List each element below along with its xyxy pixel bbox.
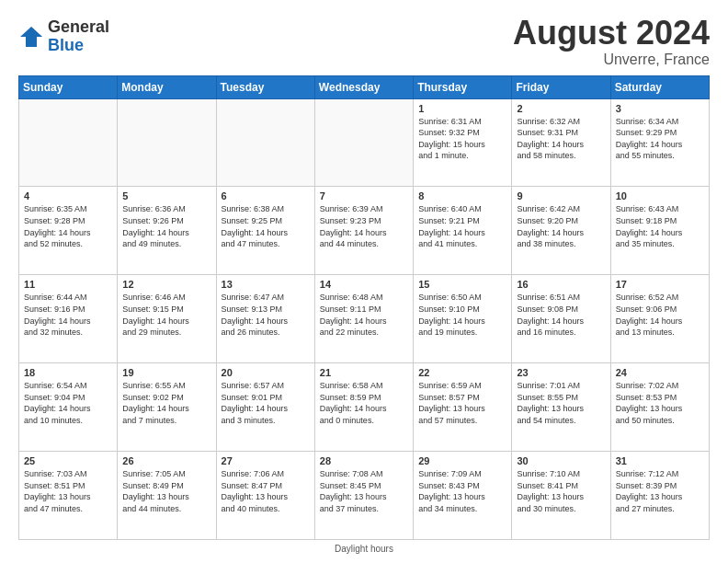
header-thursday: Thursday	[414, 75, 512, 98]
logo-text: General Blue	[48, 18, 109, 55]
day-number-17: 17	[616, 279, 704, 290]
day-info-12: Sunrise: 6:46 AM Sunset: 9:15 PM Dayligh…	[122, 292, 210, 338]
day-number-11: 11	[24, 279, 112, 290]
calendar-cell-4-5: 30Sunrise: 7:10 AM Sunset: 8:41 PM Dayli…	[512, 452, 610, 540]
calendar-cell-1-1: 5Sunrise: 6:36 AM Sunset: 9:26 PM Daylig…	[118, 187, 216, 275]
day-info-23: Sunrise: 7:01 AM Sunset: 8:55 PM Dayligh…	[517, 380, 605, 426]
header-friday: Friday	[512, 75, 610, 98]
day-number-26: 26	[122, 455, 210, 466]
day-info-20: Sunrise: 6:57 AM Sunset: 9:01 PM Dayligh…	[222, 380, 310, 426]
day-info-27: Sunrise: 7:06 AM Sunset: 8:47 PM Dayligh…	[222, 468, 310, 514]
day-number-10: 10	[616, 190, 704, 201]
calendar-cell-2-2: 13Sunrise: 6:47 AM Sunset: 9:13 PM Dayli…	[216, 275, 314, 363]
day-info-22: Sunrise: 6:59 AM Sunset: 8:57 PM Dayligh…	[418, 380, 506, 426]
month-title: August 2024	[513, 15, 710, 52]
header-tuesday: Tuesday	[216, 75, 314, 98]
day-info-26: Sunrise: 7:05 AM Sunset: 8:49 PM Dayligh…	[122, 468, 210, 514]
day-number-31: 31	[616, 455, 704, 466]
day-info-1: Sunrise: 6:31 AM Sunset: 9:32 PM Dayligh…	[418, 116, 506, 162]
calendar-cell-3-5: 23Sunrise: 7:01 AM Sunset: 8:55 PM Dayli…	[512, 363, 610, 452]
day-number-18: 18	[24, 367, 112, 378]
calendar-cell-3-1: 19Sunrise: 6:55 AM Sunset: 9:02 PM Dayli…	[118, 363, 216, 452]
logo-blue-text: Blue	[48, 37, 109, 55]
header-wednesday: Wednesday	[314, 75, 413, 98]
day-info-5: Sunrise: 6:36 AM Sunset: 9:26 PM Dayligh…	[122, 203, 210, 249]
header: General Blue August 2024 Unverre, France	[18, 15, 710, 68]
calendar-cell-0-6: 3Sunrise: 6:34 AM Sunset: 9:29 PM Daylig…	[610, 98, 709, 187]
day-number-20: 20	[222, 367, 310, 378]
day-info-28: Sunrise: 7:08 AM Sunset: 8:45 PM Dayligh…	[320, 468, 408, 514]
day-info-8: Sunrise: 6:40 AM Sunset: 9:21 PM Dayligh…	[418, 203, 506, 249]
calendar-cell-0-2	[216, 98, 314, 187]
day-info-2: Sunrise: 6:32 AM Sunset: 9:31 PM Dayligh…	[517, 116, 605, 162]
calendar-cell-2-1: 12Sunrise: 6:46 AM Sunset: 9:15 PM Dayli…	[118, 275, 216, 363]
calendar-cell-1-3: 7Sunrise: 6:39 AM Sunset: 9:23 PM Daylig…	[314, 187, 413, 275]
day-number-1: 1	[418, 103, 506, 114]
day-info-14: Sunrise: 6:48 AM Sunset: 9:11 PM Dayligh…	[320, 292, 408, 338]
day-info-7: Sunrise: 6:39 AM Sunset: 9:23 PM Dayligh…	[320, 203, 408, 249]
calendar-cell-4-1: 26Sunrise: 7:05 AM Sunset: 8:49 PM Dayli…	[118, 452, 216, 540]
day-number-6: 6	[222, 190, 310, 201]
day-number-23: 23	[517, 367, 605, 378]
calendar-cell-2-0: 11Sunrise: 6:44 AM Sunset: 9:16 PM Dayli…	[19, 275, 118, 363]
svg-marker-1	[31, 27, 42, 47]
location: Unverre, France	[513, 52, 710, 68]
title-block: August 2024 Unverre, France	[513, 15, 710, 68]
calendar-cell-3-0: 18Sunrise: 6:54 AM Sunset: 9:04 PM Dayli…	[19, 363, 118, 452]
header-sunday: Sunday	[19, 75, 118, 98]
calendar-cell-1-6: 10Sunrise: 6:43 AM Sunset: 9:18 PM Dayli…	[610, 187, 709, 275]
day-number-30: 30	[517, 455, 605, 466]
day-number-13: 13	[222, 279, 310, 290]
day-info-24: Sunrise: 7:02 AM Sunset: 8:53 PM Dayligh…	[616, 380, 704, 426]
day-number-25: 25	[24, 455, 112, 466]
calendar-cell-2-6: 17Sunrise: 6:52 AM Sunset: 9:06 PM Dayli…	[610, 275, 709, 363]
day-number-16: 16	[517, 279, 605, 290]
day-number-12: 12	[122, 279, 210, 290]
calendar-week-3: 18Sunrise: 6:54 AM Sunset: 9:04 PM Dayli…	[19, 363, 710, 452]
day-number-4: 4	[24, 190, 112, 201]
calendar-header-row: Sunday Monday Tuesday Wednesday Thursday…	[19, 75, 710, 98]
calendar-cell-3-6: 24Sunrise: 7:02 AM Sunset: 8:53 PM Dayli…	[610, 363, 709, 452]
day-number-8: 8	[418, 190, 506, 201]
day-number-27: 27	[222, 455, 310, 466]
day-number-9: 9	[517, 190, 605, 201]
calendar-cell-4-3: 28Sunrise: 7:08 AM Sunset: 8:45 PM Dayli…	[314, 452, 413, 540]
calendar-cell-4-4: 29Sunrise: 7:09 AM Sunset: 8:43 PM Dayli…	[414, 452, 512, 540]
day-info-10: Sunrise: 6:43 AM Sunset: 9:18 PM Dayligh…	[616, 203, 704, 249]
day-number-22: 22	[418, 367, 506, 378]
day-info-18: Sunrise: 6:54 AM Sunset: 9:04 PM Dayligh…	[24, 380, 112, 426]
calendar-cell-3-2: 20Sunrise: 6:57 AM Sunset: 9:01 PM Dayli…	[216, 363, 314, 452]
calendar-cell-3-4: 22Sunrise: 6:59 AM Sunset: 8:57 PM Dayli…	[414, 363, 512, 452]
calendar-week-1: 4Sunrise: 6:35 AM Sunset: 9:28 PM Daylig…	[19, 187, 710, 275]
calendar-cell-3-3: 21Sunrise: 6:58 AM Sunset: 8:59 PM Dayli…	[314, 363, 413, 452]
calendar-week-0: 1Sunrise: 6:31 AM Sunset: 9:32 PM Daylig…	[19, 98, 710, 187]
calendar-cell-4-0: 25Sunrise: 7:03 AM Sunset: 8:51 PM Dayli…	[19, 452, 118, 540]
header-monday: Monday	[118, 75, 216, 98]
calendar-cell-4-2: 27Sunrise: 7:06 AM Sunset: 8:47 PM Dayli…	[216, 452, 314, 540]
day-info-15: Sunrise: 6:50 AM Sunset: 9:10 PM Dayligh…	[418, 292, 506, 338]
day-info-16: Sunrise: 6:51 AM Sunset: 9:08 PM Dayligh…	[517, 292, 605, 338]
logo-general-text: General	[48, 18, 109, 37]
calendar-cell-1-4: 8Sunrise: 6:40 AM Sunset: 9:21 PM Daylig…	[414, 187, 512, 275]
logo-icon	[18, 24, 44, 50]
day-info-19: Sunrise: 6:55 AM Sunset: 9:02 PM Dayligh…	[122, 380, 210, 426]
day-number-7: 7	[320, 190, 408, 201]
calendar-cell-1-2: 6Sunrise: 6:38 AM Sunset: 9:25 PM Daylig…	[216, 187, 314, 275]
calendar-cell-2-3: 14Sunrise: 6:48 AM Sunset: 9:11 PM Dayli…	[314, 275, 413, 363]
calendar-cell-0-4: 1Sunrise: 6:31 AM Sunset: 9:32 PM Daylig…	[414, 98, 512, 187]
calendar-cell-2-5: 16Sunrise: 6:51 AM Sunset: 9:08 PM Dayli…	[512, 275, 610, 363]
calendar-week-2: 11Sunrise: 6:44 AM Sunset: 9:16 PM Dayli…	[19, 275, 710, 363]
logo: General Blue	[18, 18, 109, 55]
day-info-25: Sunrise: 7:03 AM Sunset: 8:51 PM Dayligh…	[24, 468, 112, 514]
day-number-14: 14	[320, 279, 408, 290]
calendar-week-4: 25Sunrise: 7:03 AM Sunset: 8:51 PM Dayli…	[19, 452, 710, 540]
day-number-24: 24	[616, 367, 704, 378]
calendar-cell-0-5: 2Sunrise: 6:32 AM Sunset: 9:31 PM Daylig…	[512, 98, 610, 187]
day-number-15: 15	[418, 279, 506, 290]
page: General Blue August 2024 Unverre, France…	[0, 0, 728, 563]
day-number-2: 2	[517, 103, 605, 114]
calendar-cell-0-0	[19, 98, 118, 187]
day-info-31: Sunrise: 7:12 AM Sunset: 8:39 PM Dayligh…	[616, 468, 704, 514]
calendar-cell-4-6: 31Sunrise: 7:12 AM Sunset: 8:39 PM Dayli…	[610, 452, 709, 540]
day-number-5: 5	[122, 190, 210, 201]
